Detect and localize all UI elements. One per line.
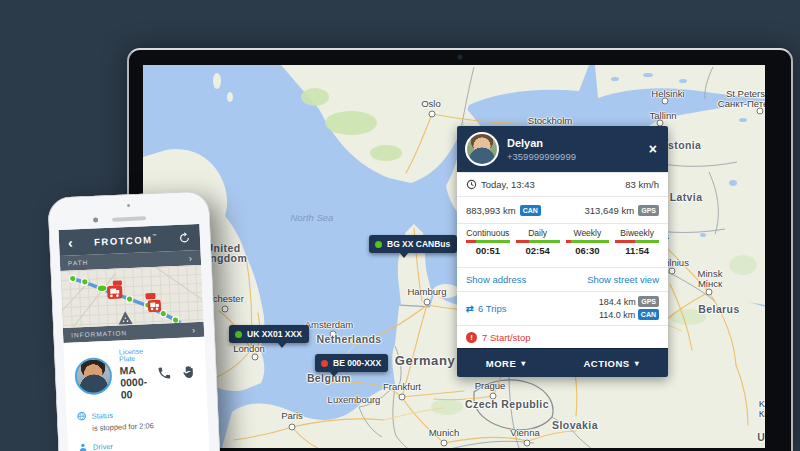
trips-link[interactable]: 6 Trips bbox=[478, 303, 507, 314]
trips-icon: ⇄ bbox=[466, 303, 474, 314]
vehicle-status-dot bbox=[235, 331, 242, 338]
phone-fields: Statusis stopped for 2:06DriverMehdiLast… bbox=[76, 406, 202, 451]
phone-camera bbox=[93, 217, 98, 222]
marker-tail bbox=[277, 342, 287, 348]
clock-icon bbox=[466, 179, 477, 190]
driver-photo bbox=[74, 356, 113, 395]
trips-can-km: 114.0 km bbox=[599, 310, 635, 320]
vehicle-plate-label: UK XX01 XXX bbox=[247, 329, 302, 339]
driver-avatar bbox=[465, 132, 499, 166]
vehicle-status-dot bbox=[321, 360, 328, 367]
caret-down-icon: ▾ bbox=[521, 359, 526, 368]
chevron-right-icon: › bbox=[192, 325, 196, 335]
license-plate-value: MA 0000-00 bbox=[119, 363, 150, 400]
odometer-gps: 313,649 km bbox=[585, 205, 635, 216]
map-screen[interactable]: OsloStockholmHelsinkiSt PetersburgСанкт-… bbox=[143, 65, 765, 448]
globe-icon bbox=[76, 411, 86, 421]
phone-screen: ‹ FROTCOM™ PATH › bbox=[59, 224, 212, 451]
more-button[interactable]: MORE ▾ bbox=[486, 358, 526, 369]
caret-down-icon: ▾ bbox=[635, 359, 640, 368]
popup-header: Delyan +359999999999 × bbox=[457, 126, 668, 172]
marker-tail bbox=[329, 371, 339, 377]
startstop-alerts[interactable]: 7 Start/stop bbox=[482, 332, 531, 343]
phone-field-driver: DriverMehdi bbox=[78, 437, 200, 451]
phone-sensor-dot bbox=[127, 204, 130, 207]
vehicle-marker[interactable]: UK XX01 XXX bbox=[229, 325, 309, 343]
phone-field-status: Statusis stopped for 2:06 bbox=[76, 406, 198, 433]
person-icon bbox=[78, 442, 88, 451]
refresh-icon[interactable] bbox=[178, 231, 192, 245]
phone: ‹ FROTCOM™ PATH › bbox=[47, 190, 222, 451]
show-address-link[interactable]: Show address bbox=[466, 274, 526, 285]
vehicle-status-dot bbox=[375, 241, 382, 248]
phone-speaker bbox=[112, 216, 146, 221]
driver-phone: +359999999999 bbox=[507, 151, 638, 162]
vehicle-marker[interactable]: BG XX CANBus bbox=[369, 235, 457, 253]
vehicle-plate-label: BE 000-XXX bbox=[333, 358, 381, 368]
vehicle-popup: Delyan +359999999999 × Today, 13:43 83 k… bbox=[457, 126, 668, 377]
can-badge: CAN bbox=[520, 205, 541, 216]
marker-tail bbox=[399, 252, 409, 258]
popup-time: Today, 13:43 bbox=[481, 179, 535, 190]
vehicle-marker[interactable]: BE 000-XXX bbox=[315, 354, 388, 372]
trips-can-badge: CAN bbox=[638, 309, 659, 320]
laptop: OsloStockholmHelsinkiSt PetersburgСанкт-… bbox=[127, 48, 793, 451]
chevron-right-icon: › bbox=[189, 253, 193, 263]
show-street-view-link[interactable]: Show street view bbox=[587, 274, 659, 285]
odometer-can: 883,993 km bbox=[466, 205, 516, 216]
license-plate-label: License Plate bbox=[119, 347, 149, 362]
alert-icon: ! bbox=[466, 332, 477, 343]
popup-footer: MORE ▾ ACTIONS ▾ bbox=[457, 348, 668, 377]
driving-times-row: Continuous00:51Daily02:54Weekly06:30Biwe… bbox=[457, 223, 668, 267]
driving-time-continuous: Continuous00:51 bbox=[463, 228, 513, 264]
popup-speed: 83 km/h bbox=[625, 179, 659, 190]
phone-info-panel: License Plate MA 0000-00 Statusis stoppe… bbox=[63, 337, 211, 451]
call-icon[interactable] bbox=[157, 365, 173, 381]
trips-gps-km: 184.4 km bbox=[599, 297, 636, 307]
driving-time-daily: Daily02:54 bbox=[513, 228, 563, 264]
webcam-dot bbox=[457, 54, 463, 60]
scene: OsloStockholmHelsinkiSt PetersburgСанкт-… bbox=[0, 0, 800, 451]
driver-name: Delyan bbox=[507, 137, 638, 149]
vehicle-plate-label: BG XX CANBus bbox=[387, 239, 450, 249]
driving-time-weekly: Weekly06:30 bbox=[563, 228, 613, 264]
frotcom-logo: FROTCOM™ bbox=[72, 232, 178, 249]
phone-map[interactable] bbox=[60, 265, 203, 328]
gps-badge: GPS bbox=[638, 205, 659, 216]
vehicle-markers: BG XX CANBusUK XX01 XXXBE 000-XXX bbox=[143, 65, 765, 448]
trips-gps-badge: GPS bbox=[638, 296, 659, 307]
close-icon[interactable]: × bbox=[646, 142, 660, 156]
hand-icon[interactable] bbox=[180, 364, 196, 380]
actions-button[interactable]: ACTIONS ▾ bbox=[583, 358, 639, 369]
phone-truck-markers bbox=[107, 279, 161, 314]
driving-time-biweekly: Biweekly11:54 bbox=[612, 228, 662, 264]
